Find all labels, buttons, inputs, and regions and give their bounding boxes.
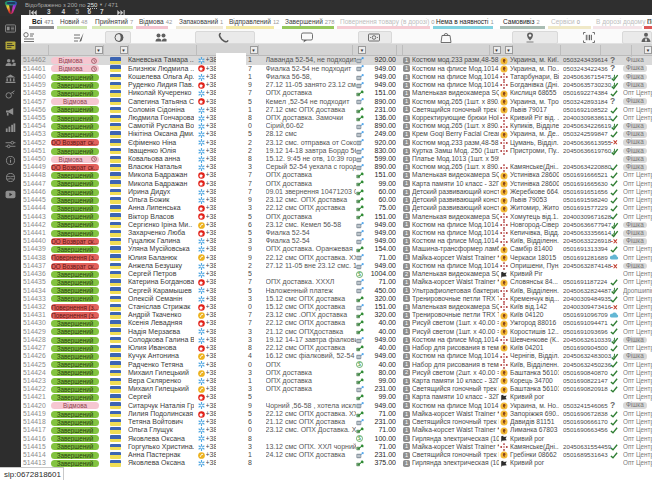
svg-text:$: $ — [358, 436, 361, 442]
svg-text:$: $ — [358, 271, 361, 277]
svg-text:$: $ — [358, 362, 361, 368]
